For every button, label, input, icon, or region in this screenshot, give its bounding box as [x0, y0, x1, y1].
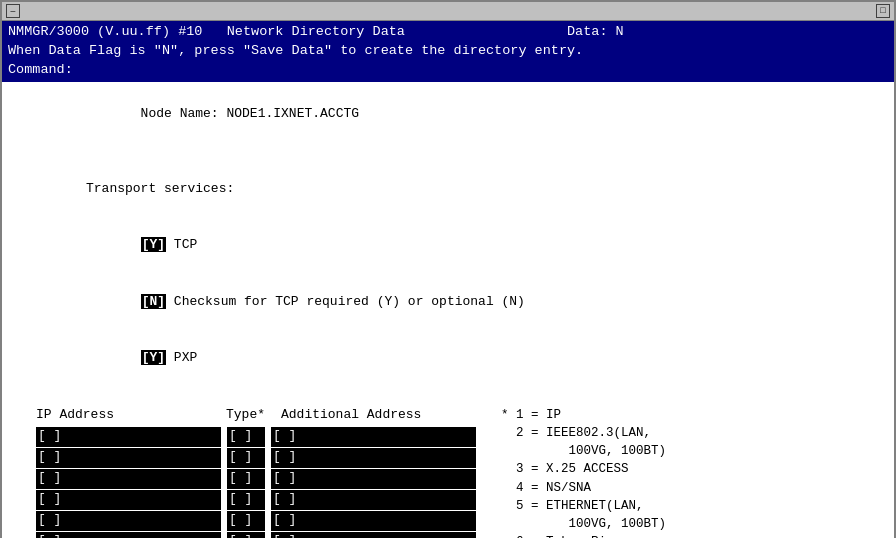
tcp-label: TCP — [166, 237, 197, 252]
legend-item: 3 = X.25 ACCESS — [501, 460, 681, 478]
type-input-field[interactable]: [ ] — [227, 532, 265, 538]
addl-input-field[interactable]: [ ] — [271, 511, 476, 531]
table-row: [ ][ ][ ] — [36, 490, 491, 510]
type-input-field[interactable]: [ ] — [227, 469, 265, 489]
transport-label-line: Transport services: — [8, 161, 888, 218]
legend-item: 2 = IEEE802.3(LAN, — [501, 424, 681, 442]
tcp-spacer — [86, 237, 141, 252]
type-input-field[interactable]: [ ] — [227, 490, 265, 510]
minimize-button[interactable]: ─ — [6, 4, 20, 18]
checksum-spacer — [86, 294, 141, 309]
ip-input-field[interactable]: [ ] — [36, 532, 221, 538]
table-left: IP Address Type* Additional Address [ ][… — [8, 406, 491, 538]
pxp-label: PXP — [166, 350, 197, 365]
ip-input-field[interactable]: [ ] — [36, 448, 221, 468]
addl-input-field[interactable]: [ ] — [271, 469, 476, 489]
header-line3: Command: — [8, 61, 888, 80]
node-name-line: Node Name: NODE1.IXNET.ACCTG — [8, 86, 888, 143]
header-line2: When Data Flag is "N", press "Save Data"… — [8, 42, 888, 61]
node-label: Node Name: — [86, 106, 226, 121]
pxp-spacer — [86, 350, 141, 365]
title-bar: ─ □ — [2, 2, 894, 21]
addl-input-field[interactable]: [ ] — [271, 448, 476, 468]
legend-item: 100VG, 100BT) — [501, 442, 681, 460]
ip-input-field[interactable]: [ ] — [36, 490, 221, 510]
legend-item: 5 = ETHERNET(LAN, — [501, 497, 681, 515]
legend-item: 6 = Token Ring, — [501, 533, 681, 538]
legend-item: 4 = NS/SNA — [501, 479, 681, 497]
main-area: NMMGR/3000 (V.uu.ff) #10 Network Directo… — [2, 21, 894, 538]
type-input-field[interactable]: [ ] — [227, 448, 265, 468]
pxp-toggle[interactable]: [Y] — [141, 350, 166, 365]
maximize-button[interactable]: □ — [876, 4, 890, 18]
tcp-toggle[interactable]: [Y] — [141, 237, 166, 252]
ip-input-field[interactable]: [ ] — [36, 469, 221, 489]
table-row: [ ][ ][ ] — [36, 427, 491, 447]
ip-input-field[interactable]: [ ] — [36, 511, 221, 531]
col-headers: IP Address Type* Additional Address — [36, 406, 491, 425]
input-rows: [ ][ ][ ][ ][ ][ ][ ][ ][ ][ ][ ][ ] — [8, 427, 491, 538]
header-line1: NMMGR/3000 (V.uu.ff) #10 Network Directo… — [8, 23, 888, 42]
table-area: IP Address Type* Additional Address [ ][… — [8, 406, 888, 538]
table-row: [ ][ ][ ] — [36, 532, 491, 538]
terminal-body: Node Name: NODE1.IXNET.ACCTG Transport s… — [2, 82, 894, 538]
legend-item: * 1 = IP — [501, 406, 681, 424]
addl-input-field[interactable]: [ ] — [271, 427, 476, 447]
terminal: NMMGR/3000 (V.uu.ff) #10 Network Directo… — [2, 21, 894, 538]
spacer2 — [8, 387, 888, 406]
table-row: [ ][ ][ ] — [36, 448, 491, 468]
node-value: NODE1.IXNET.ACCTG — [226, 106, 359, 121]
checksum-toggle[interactable]: [N] — [141, 294, 166, 309]
col-ip-header: IP Address — [36, 406, 226, 425]
table-row: [ ][ ][ ] — [36, 511, 491, 531]
checksum-label: Checksum for TCP required (Y) or optiona… — [166, 294, 525, 309]
title-bar-controls: ─ — [6, 4, 20, 18]
window-frame: ─ □ NMMGR/3000 (V.uu.ff) #10 Network Dir… — [0, 0, 896, 538]
col-type-header: Type* — [226, 406, 281, 425]
transport-label: Transport services: — [86, 181, 234, 196]
legend-block: * 1 = IP 2 = IEEE802.3(LAN, 100VG, 100BT… — [501, 406, 681, 538]
ip-input-field[interactable]: [ ] — [36, 427, 221, 447]
terminal-header: NMMGR/3000 (V.uu.ff) #10 Network Directo… — [2, 21, 894, 82]
type-input-field[interactable]: [ ] — [227, 427, 265, 447]
col-addl-header: Additional Address — [281, 406, 491, 425]
addl-input-field[interactable]: [ ] — [271, 490, 476, 510]
type-input-field[interactable]: [ ] — [227, 511, 265, 531]
pxp-line: [Y] PXP — [8, 331, 888, 388]
table-row: [ ][ ][ ] — [36, 469, 491, 489]
spacer1 — [8, 142, 888, 161]
checksum-line: [N] Checksum for TCP required (Y) or opt… — [8, 274, 888, 331]
tcp-line: [Y] TCP — [8, 218, 888, 275]
legend-item: 100VG, 100BT) — [501, 515, 681, 533]
addl-input-field[interactable]: [ ] — [271, 532, 476, 538]
